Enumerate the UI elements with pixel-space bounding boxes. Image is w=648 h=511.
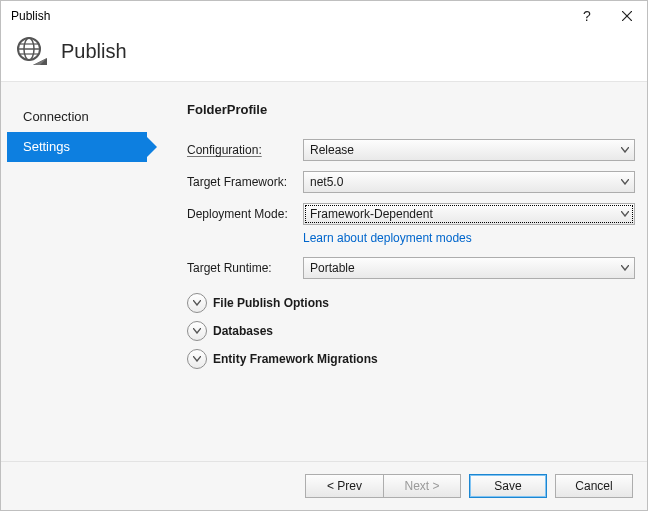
deployment-mode-label: Deployment Mode:: [187, 207, 299, 221]
publish-dialog: Publish ? Publish Conn: [0, 0, 648, 511]
globe-publish-icon: [15, 35, 47, 67]
deployment-mode-value: Framework-Dependent: [310, 207, 433, 221]
nav-item-settings[interactable]: Settings: [7, 132, 147, 162]
target-framework-label: Target Framework:: [187, 175, 299, 189]
learn-deployment-link[interactable]: Learn about deployment modes: [303, 231, 472, 245]
body: Connection Settings FolderProfile Config…: [1, 82, 647, 461]
header: Publish: [1, 31, 647, 82]
prev-next-group: < Prev Next >: [305, 474, 461, 498]
save-button[interactable]: Save: [469, 474, 547, 498]
expander-file-publish-options[interactable]: File Publish Options: [187, 293, 635, 313]
expander-databases[interactable]: Databases: [187, 321, 635, 341]
prev-button[interactable]: < Prev: [305, 474, 383, 498]
main-panel: FolderProfile Configuration: Release Tar…: [147, 88, 641, 461]
chevron-down-icon: [621, 147, 629, 153]
nav: Connection Settings: [7, 88, 147, 461]
target-framework-select[interactable]: net5.0: [303, 171, 635, 193]
footer: < Prev Next > Save Cancel: [1, 461, 647, 510]
settings-form: Configuration: Release Target Framework:…: [187, 139, 635, 279]
next-button[interactable]: Next >: [383, 474, 461, 498]
configuration-label: Configuration:: [187, 143, 299, 157]
titlebar: Publish ?: [1, 1, 647, 31]
configuration-select[interactable]: Release: [303, 139, 635, 161]
chevron-down-icon: [187, 349, 207, 369]
chevron-down-icon: [621, 211, 629, 217]
expander-title: Databases: [213, 324, 273, 338]
target-framework-value: net5.0: [310, 175, 343, 189]
header-title: Publish: [61, 40, 127, 63]
nav-item-label: Connection: [23, 109, 89, 124]
expander-ef-migrations[interactable]: Entity Framework Migrations: [187, 349, 635, 369]
cancel-button[interactable]: Cancel: [555, 474, 633, 498]
chevron-down-icon: [187, 321, 207, 341]
chevron-down-icon: [187, 293, 207, 313]
close-icon: [622, 11, 632, 21]
close-button[interactable]: [607, 1, 647, 31]
deployment-mode-select[interactable]: Framework-Dependent: [303, 203, 635, 225]
chevron-down-icon: [621, 265, 629, 271]
expander-title: Entity Framework Migrations: [213, 352, 378, 366]
nav-item-label: Settings: [23, 139, 70, 154]
profile-title: FolderProfile: [187, 102, 635, 117]
expander-title: File Publish Options: [213, 296, 329, 310]
help-button[interactable]: ?: [567, 1, 607, 31]
target-runtime-select[interactable]: Portable: [303, 257, 635, 279]
configuration-value: Release: [310, 143, 354, 157]
chevron-down-icon: [621, 179, 629, 185]
target-runtime-label: Target Runtime:: [187, 261, 299, 275]
target-runtime-value: Portable: [310, 261, 355, 275]
window-title: Publish: [11, 9, 567, 23]
expanders: File Publish Options Databases Entity Fr…: [187, 293, 635, 369]
nav-item-connection[interactable]: Connection: [7, 102, 147, 132]
